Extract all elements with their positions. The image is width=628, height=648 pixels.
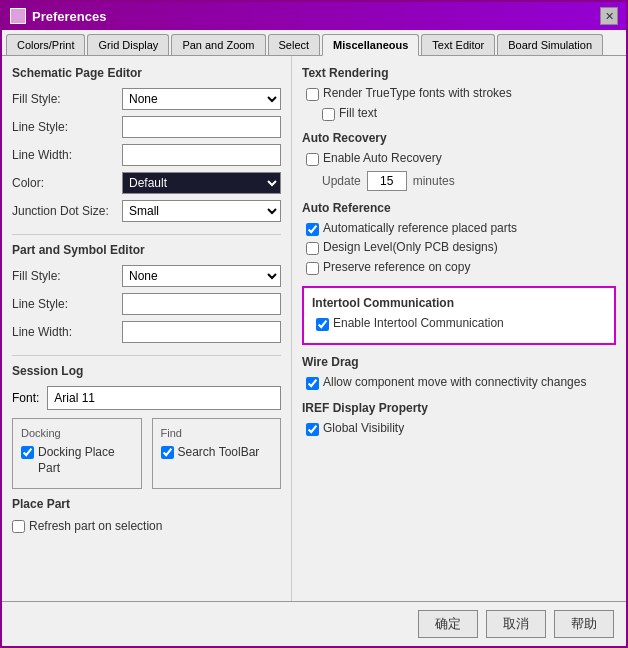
minutes-label: minutes xyxy=(413,174,455,188)
update-label: Update xyxy=(322,174,361,188)
tab-select[interactable]: Select xyxy=(268,34,321,55)
line-width-row: Line Width: xyxy=(12,144,281,166)
auto-reference-title: Auto Reference xyxy=(302,201,616,215)
line-style-label: Line Style: xyxy=(12,120,122,134)
auto-ref-row: Automatically reference placed parts xyxy=(302,221,616,237)
color-label: Color: xyxy=(12,176,122,190)
auto-recovery-section: Auto Recovery Enable Auto Recovery Updat… xyxy=(302,131,616,191)
enable-recovery-row: Enable Auto Recovery xyxy=(302,151,616,167)
color-row: Color: Default xyxy=(12,172,281,194)
allow-move-row: Allow component move with connectivity c… xyxy=(302,375,616,391)
junction-row: Junction Dot Size: Small xyxy=(12,200,281,222)
junction-select[interactable]: Small xyxy=(122,200,281,222)
cancel-button[interactable]: 取消 xyxy=(486,610,546,638)
global-visibility-checkbox[interactable] xyxy=(306,423,319,436)
text-rendering-section: Text Rendering Render TrueType fonts wit… xyxy=(302,66,616,121)
schematic-page-editor-section: Schematic Page Editor Fill Style: None L… xyxy=(12,66,281,222)
intertool-box: Intertool Communication Enable Intertool… xyxy=(302,286,616,346)
ps-line-style-label: Line Style: xyxy=(12,297,122,311)
tab-grid-display[interactable]: Grid Display xyxy=(87,34,169,55)
part-symbol-editor-section: Part and Symbol Editor Fill Style: None … xyxy=(12,243,281,343)
update-row: Update 15 minutes xyxy=(302,171,616,191)
global-visibility-label: Global Visibility xyxy=(323,421,404,437)
footer: 确定 取消 帮助 xyxy=(2,601,626,646)
help-button[interactable]: 帮助 xyxy=(554,610,614,638)
enable-intertool-row: Enable Intertool Communication xyxy=(312,316,606,332)
enable-recovery-checkbox[interactable] xyxy=(306,153,319,166)
session-log-section: Session Log Font: Arial 11 xyxy=(12,364,281,410)
tab-colors-print[interactable]: Colors/Print xyxy=(6,34,85,55)
color-select[interactable]: Default xyxy=(122,172,281,194)
fill-style-select[interactable]: None xyxy=(122,88,281,110)
design-level-checkbox[interactable] xyxy=(306,242,319,255)
divider-1 xyxy=(12,234,281,235)
find-checkbox[interactable] xyxy=(161,446,174,459)
enable-recovery-label: Enable Auto Recovery xyxy=(323,151,442,167)
ps-fill-style-select[interactable]: None xyxy=(122,265,281,287)
docking-title: Docking xyxy=(21,427,133,439)
window-icon xyxy=(10,8,26,24)
ps-line-width-input[interactable] xyxy=(122,321,281,343)
global-visibility-row: Global Visibility xyxy=(302,421,616,437)
fill-style-row: Fill Style: None xyxy=(12,88,281,110)
refresh-label: Refresh part on selection xyxy=(29,519,162,535)
font-label: Font: xyxy=(12,391,39,405)
line-style-input[interactable] xyxy=(122,116,281,138)
iref-title: IREF Display Property xyxy=(302,401,616,415)
enable-intertool-label: Enable Intertool Communication xyxy=(333,316,504,332)
main-content: Schematic Page Editor Fill Style: None L… xyxy=(2,56,626,601)
wire-drag-section: Wire Drag Allow component move with conn… xyxy=(302,355,616,391)
ps-fill-style-row: Fill Style: None xyxy=(12,265,281,287)
ok-button[interactable]: 确定 xyxy=(418,610,478,638)
preserve-label: Preserve reference on copy xyxy=(323,260,470,276)
docking-find-boxes: Docking Docking Place Part Find Search T… xyxy=(12,418,281,489)
ps-line-width-label: Line Width: xyxy=(12,325,122,339)
ps-fill-style-label: Fill Style: xyxy=(12,269,122,283)
left-panel: Schematic Page Editor Fill Style: None L… xyxy=(2,56,292,601)
tab-text-editor[interactable]: Text Editor xyxy=(421,34,495,55)
place-part-section: Place Part Refresh part on selection xyxy=(12,497,281,535)
tab-pan-zoom[interactable]: Pan and Zoom xyxy=(171,34,265,55)
preserve-checkbox[interactable] xyxy=(306,262,319,275)
refresh-checkbox-row: Refresh part on selection xyxy=(12,519,281,535)
font-value[interactable]: Arial 11 xyxy=(47,386,281,410)
auto-reference-section: Auto Reference Automatically reference p… xyxy=(302,201,616,276)
docking-box: Docking Docking Place Part xyxy=(12,418,142,489)
docking-checkbox[interactable] xyxy=(21,446,34,459)
refresh-checkbox[interactable] xyxy=(12,520,25,533)
docking-checkbox-row: Docking Place Part xyxy=(21,445,133,476)
design-level-row: Design Level(Only PCB designs) xyxy=(302,240,616,256)
intertool-title: Intertool Communication xyxy=(312,296,606,310)
session-log-title: Session Log xyxy=(12,364,281,378)
schematic-section-title: Schematic Page Editor xyxy=(12,66,281,80)
enable-intertool-checkbox[interactable] xyxy=(316,318,329,331)
iref-section: IREF Display Property Global Visibility xyxy=(302,401,616,437)
preserve-row: Preserve reference on copy xyxy=(302,260,616,276)
minutes-input[interactable]: 15 xyxy=(367,171,407,191)
find-checkbox-label: Search ToolBar xyxy=(178,445,260,461)
ps-line-width-row: Line Width: xyxy=(12,321,281,343)
auto-ref-checkbox[interactable] xyxy=(306,223,319,236)
tab-board-simulation[interactable]: Board Simulation xyxy=(497,34,603,55)
ps-line-style-input[interactable] xyxy=(122,293,281,315)
title-bar-left: Preferences xyxy=(10,8,106,24)
ps-line-style-row: Line Style: xyxy=(12,293,281,315)
tab-miscellaneous[interactable]: Miscellaneous xyxy=(322,34,419,56)
line-style-row: Line Style: xyxy=(12,116,281,138)
junction-label: Junction Dot Size: xyxy=(12,204,122,218)
right-panel: Text Rendering Render TrueType fonts wit… xyxy=(292,56,626,601)
close-button[interactable]: ✕ xyxy=(600,7,618,25)
docking-checkbox-label: Docking Place Part xyxy=(38,445,133,476)
place-part-title: Place Part xyxy=(12,497,281,511)
render-label: Render TrueType fonts with strokes xyxy=(323,86,512,102)
render-checkbox-row: Render TrueType fonts with strokes xyxy=(302,86,616,102)
line-width-label: Line Width: xyxy=(12,148,122,162)
divider-2 xyxy=(12,355,281,356)
part-symbol-title: Part and Symbol Editor xyxy=(12,243,281,257)
find-box: Find Search ToolBar xyxy=(152,418,282,489)
line-width-input[interactable] xyxy=(122,144,281,166)
find-checkbox-row: Search ToolBar xyxy=(161,445,273,461)
render-checkbox[interactable] xyxy=(306,88,319,101)
fill-text-checkbox[interactable] xyxy=(322,108,335,121)
allow-move-checkbox[interactable] xyxy=(306,377,319,390)
